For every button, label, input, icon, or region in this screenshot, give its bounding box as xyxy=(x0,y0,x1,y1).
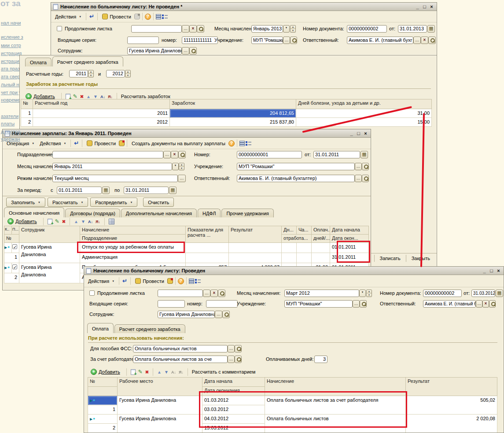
close-icon[interactable] xyxy=(429,4,434,9)
sidebar-link[interactable]: льный на xyxy=(1,82,22,87)
ellipsis-button[interactable] xyxy=(203,290,210,297)
lookup-icon[interactable] xyxy=(489,300,496,308)
move-up-icon[interactable] xyxy=(86,94,91,99)
titlebar[interactable]: Начисление зарплаты: За Январь 2011. Про… xyxy=(3,129,371,138)
delete-row-icon[interactable] xyxy=(145,369,149,374)
clear-button[interactable] xyxy=(189,25,197,33)
sidebar-link[interactable]: азатели xyxy=(1,114,18,119)
sort-desc-icon[interactable] xyxy=(108,94,113,99)
col-department[interactable]: Подразделение xyxy=(80,235,186,243)
ellipsis-button[interactable] xyxy=(228,345,235,352)
titlebar[interactable]: Начисление по больничному листу: Не пров… xyxy=(51,3,437,11)
table-row[interactable]: Гусева ИринаДаниловна Отпуск по уходу за… xyxy=(4,243,369,253)
calendar-icon[interactable] xyxy=(102,187,110,194)
lookup-icon[interactable] xyxy=(189,47,197,55)
tab-payment[interactable]: Оплата xyxy=(87,323,114,333)
ellipsis-button[interactable] xyxy=(228,356,235,363)
calendar-icon[interactable] xyxy=(169,187,177,194)
lookup-icon[interactable] xyxy=(428,37,436,44)
tab-ndfl[interactable]: НДФЛ xyxy=(198,209,221,217)
ellipsis-button[interactable] xyxy=(163,151,171,158)
month-field[interactable]: Январь 2013 xyxy=(251,25,283,33)
calc-earnings-button[interactable]: Рассчитать заработок xyxy=(121,94,170,99)
lookup-icon[interactable] xyxy=(362,175,369,182)
col-date-start[interactable]: Дата начала xyxy=(330,226,369,235)
lookup-icon[interactable] xyxy=(360,300,367,308)
tab-average-earnings[interactable]: Расчет среднего заработка xyxy=(114,324,185,333)
distribute-button[interactable]: Распределить xyxy=(90,198,137,207)
col-result[interactable]: Результат xyxy=(406,378,497,396)
employee-field[interactable]: Гусева Ирина Даниловна xyxy=(127,47,182,55)
doc-date-field[interactable]: 31.01.2013 xyxy=(398,25,427,33)
save-button[interactable]: Записать xyxy=(375,254,406,262)
month-spinner[interactable]: ▲▼ xyxy=(179,163,184,170)
clear-button[interactable] xyxy=(171,151,178,158)
sort-asc-icon[interactable] xyxy=(88,219,93,224)
table-settings-icon[interactable] xyxy=(109,219,114,224)
move-down-icon[interactable] xyxy=(93,94,98,99)
post-button[interactable]: Провести xyxy=(100,13,133,20)
help-icon[interactable] xyxy=(178,278,184,284)
table-row[interactable]: 1 2011 204 812,65 31,00 xyxy=(21,109,432,118)
ellipsis-button[interactable] xyxy=(182,25,189,33)
add-row-button[interactable]: Добавить xyxy=(88,368,122,376)
tab-average-earnings[interactable]: Расчет среднего заработка xyxy=(52,56,123,66)
mode-field[interactable]: Текущий месяц xyxy=(52,175,178,182)
sort-asc-icon[interactable] xyxy=(100,94,105,99)
sidebar-link[interactable]: удержан xyxy=(1,136,20,142)
col-hours[interactable]: Ча... xyxy=(297,226,312,235)
calendar-icon[interactable] xyxy=(427,25,435,33)
col-earnings[interactable]: Заработок xyxy=(170,99,296,109)
undo-post-icon[interactable] xyxy=(119,140,125,146)
fill-button[interactable]: Заполнить xyxy=(6,198,45,207)
col-paid[interactable]: Оплач... xyxy=(312,226,330,235)
col-rownum[interactable]: № xyxy=(4,235,19,243)
continuation-checkbox[interactable] xyxy=(89,290,95,296)
settings-list-icon[interactable] xyxy=(246,141,251,146)
close-icon[interactable] xyxy=(496,268,501,273)
sidebar-link[interactable]: д постоя xyxy=(1,129,20,134)
tab-additional-accruals[interactable]: Дополнительные начисления xyxy=(121,209,197,217)
docnum-field[interactable]: 00000000002 xyxy=(347,25,387,33)
lookup-icon[interactable] xyxy=(235,345,242,352)
col-key[interactable]: К.. xyxy=(4,226,12,235)
post-button[interactable]: Провести xyxy=(85,139,118,147)
row-checkbox[interactable] xyxy=(12,264,17,269)
settings-list-icon[interactable] xyxy=(195,279,201,284)
clear-button[interactable] xyxy=(421,37,428,44)
create-payout-docs-button[interactable]: Создать документы на выплату зарплаты xyxy=(129,140,228,147)
number-field[interactable]: 111111111111 xyxy=(182,37,218,44)
sidebar-link[interactable]: мии сотр xyxy=(1,43,21,48)
period-from-field[interactable]: 01.01.2011 xyxy=(57,187,102,194)
copy-row-icon[interactable] xyxy=(131,369,136,375)
table-row[interactable]: 2 2012 215 837,80 15,00 xyxy=(21,118,432,127)
actions-menu-button[interactable]: Действия xyxy=(37,140,68,147)
ellipsis-button[interactable] xyxy=(215,311,222,318)
move-up-icon[interactable] xyxy=(157,369,162,374)
num-field[interactable]: 00000000001 xyxy=(237,151,302,158)
lookup-icon[interactable] xyxy=(362,163,369,170)
employer-field[interactable]: Оплата больничных листов за сче xyxy=(133,356,228,363)
calendar-icon[interactable] xyxy=(361,151,368,158)
lookup-icon[interactable] xyxy=(197,25,204,33)
lookup-icon[interactable] xyxy=(178,151,186,158)
col-sick-days[interactable]: Дней болезни, ухода за детьми и др. xyxy=(296,99,432,109)
sidebar-link[interactable]: платы xyxy=(1,121,15,126)
lookup-icon[interactable] xyxy=(222,311,230,318)
sidebar-link[interactable]: нал начи xyxy=(1,20,21,26)
year1-field[interactable]: 2011 xyxy=(69,70,88,77)
doc-date-field[interactable]: 31.01.2011 xyxy=(313,151,360,158)
structure-icon[interactable] xyxy=(156,14,161,19)
ellipsis-button[interactable] xyxy=(178,175,186,182)
number-field[interactable] xyxy=(206,300,238,308)
minimize-icon[interactable] xyxy=(482,268,487,273)
ellipsis-button[interactable] xyxy=(355,175,362,182)
col-num[interactable]: № xyxy=(88,378,118,387)
col-accrual[interactable]: Начисление xyxy=(80,226,186,235)
month-spinner[interactable]: ▲▼ xyxy=(366,290,372,297)
resp-field[interactable]: Акимова Е. И. (главный бухг xyxy=(347,37,413,44)
table-row[interactable]: Гусева Ирина Даниловна 01.03.2012 Оплата… xyxy=(88,396,497,405)
lookup-icon[interactable] xyxy=(235,356,242,363)
tab-payment[interactable]: Оплата xyxy=(25,58,52,66)
col-result[interactable]: Результат xyxy=(229,226,282,243)
